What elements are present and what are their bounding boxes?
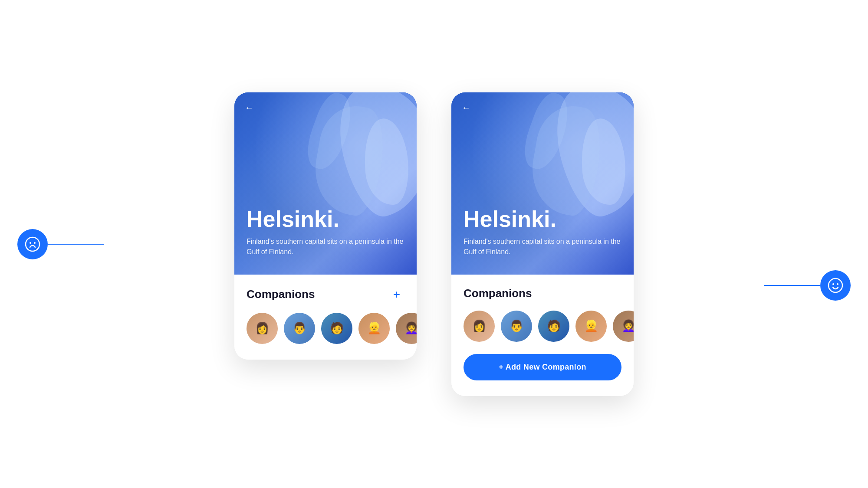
scene: ← Helsinki. Finland's southern capital s… bbox=[0, 0, 868, 488]
left-companions-header: Companions + bbox=[247, 287, 404, 302]
right-avatar-1[interactable]: 👩 bbox=[464, 311, 495, 342]
svg-point-2 bbox=[34, 242, 36, 244]
svg-point-4 bbox=[832, 283, 834, 285]
svg-point-0 bbox=[26, 237, 39, 251]
right-companions-avatars: 👩 👨 🧑 👱 👩‍🦱 bbox=[464, 311, 621, 342]
left-avatar-1[interactable]: 👩 bbox=[247, 313, 278, 344]
right-avatar-2[interactable]: 👨 bbox=[501, 311, 532, 342]
right-avatar-3[interactable]: 🧑 bbox=[538, 311, 569, 342]
svg-point-3 bbox=[829, 278, 842, 292]
left-phone-card: ← Helsinki. Finland's southern capital s… bbox=[234, 92, 417, 360]
left-companions-title: Companions bbox=[247, 288, 315, 301]
left-avatar-3[interactable]: 🧑 bbox=[321, 313, 352, 344]
right-card-bottom: Companions 👩 👨 🧑 👱 bbox=[451, 275, 634, 396]
left-header-image: ← Helsinki. Finland's southern capital s… bbox=[234, 92, 417, 275]
sad-face-icon bbox=[17, 229, 48, 259]
right-avatar-4[interactable]: 👱 bbox=[575, 311, 607, 342]
left-city-name: Helsinki. bbox=[247, 207, 404, 232]
right-phone-card: ← Helsinki. Finland's southern capital s… bbox=[451, 92, 634, 396]
svg-point-1 bbox=[30, 242, 31, 244]
right-city-name: Helsinki. bbox=[464, 207, 621, 232]
right-header-image: ← Helsinki. Finland's southern capital s… bbox=[451, 92, 634, 275]
right-avatar-5[interactable]: 👩‍🦱 bbox=[613, 311, 634, 342]
right-annotation-line bbox=[764, 285, 820, 286]
right-companions-title: Companions bbox=[464, 287, 532, 300]
left-add-icon-button[interactable]: + bbox=[389, 287, 404, 302]
left-avatar-4[interactable]: 👱 bbox=[358, 313, 390, 344]
right-back-button[interactable]: ← bbox=[462, 103, 470, 113]
left-card-bottom: Companions + 👩 👨 🧑 👱 bbox=[234, 275, 417, 360]
happy-face-icon bbox=[820, 270, 851, 301]
add-new-companion-button[interactable]: + Add New Companion bbox=[464, 354, 621, 380]
svg-point-5 bbox=[837, 283, 838, 285]
right-companions-header: Companions bbox=[464, 287, 621, 300]
left-avatar-2[interactable]: 👨 bbox=[284, 313, 315, 344]
right-annotation bbox=[764, 270, 851, 301]
left-avatar-5[interactable]: 👩‍🦱 bbox=[396, 313, 417, 344]
left-companions-avatars: 👩 👨 🧑 👱 👩‍🦱 bbox=[247, 313, 404, 344]
left-annotation bbox=[17, 229, 104, 259]
right-city-description: Finland's southern capital sits on a pen… bbox=[464, 236, 621, 257]
left-city-description: Finland's southern capital sits on a pen… bbox=[247, 236, 404, 257]
left-back-button[interactable]: ← bbox=[245, 103, 253, 113]
left-annotation-line bbox=[48, 244, 104, 245]
cards-container: ← Helsinki. Finland's southern capital s… bbox=[234, 92, 634, 396]
